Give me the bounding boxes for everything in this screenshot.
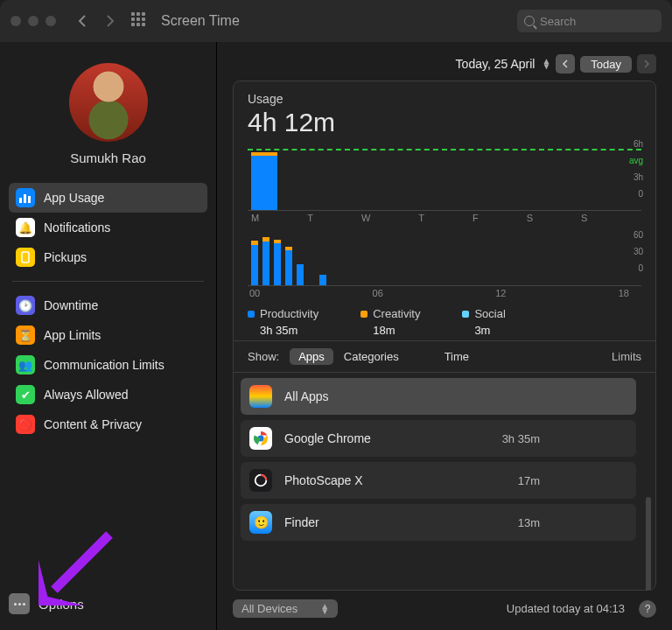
usage-card: Usage 4h 12m 6h avg 3h 0 M T [233, 80, 656, 591]
hourglass-icon: ⏳ [16, 326, 35, 345]
weekly-chart: 6h avg 3h 0 [248, 143, 641, 211]
chevron-right-icon [643, 60, 650, 68]
segment-categories[interactable]: Categories [344, 350, 399, 363]
hour-bar [319, 275, 326, 285]
chart-bar-icon [16, 188, 35, 207]
min-traffic-icon[interactable] [28, 16, 38, 26]
nosign-icon: 🚫 [16, 415, 35, 434]
date-controls: Today, 25 April ▲▼ Today [233, 54, 656, 74]
bell-icon: 🔔 [16, 218, 35, 237]
app-time: 13m [518, 516, 540, 529]
sidebar-item-communication-limits[interactable]: 👥 Communication Limits [9, 350, 207, 380]
x-tick: W [361, 213, 370, 223]
apps-grid-icon[interactable] [131, 12, 149, 30]
svg-rect-0 [19, 198, 22, 203]
chevron-right-icon [105, 15, 116, 27]
sidebar-item-label: Downtime [44, 298, 98, 312]
help-button[interactable]: ? [639, 600, 656, 618]
phone-icon [16, 248, 35, 267]
usage-total: 4h 12m [248, 108, 641, 137]
window-controls[interactable] [10, 16, 56, 26]
app-row[interactable]: 🙂 Finder 13m [241, 504, 636, 541]
device-selector[interactable]: All Devices ▲▼ [233, 599, 338, 618]
hour-bar [285, 250, 292, 285]
legend-value: 18m [373, 324, 420, 337]
app-row[interactable]: PhotoScape X 17m [241, 462, 636, 499]
avg-line [248, 149, 641, 150]
legend-item: Creativity 18m [360, 307, 420, 337]
person-2-icon: 👥 [16, 355, 35, 374]
search-input[interactable]: Search [517, 10, 662, 32]
device-selector-label: All Devices [242, 602, 298, 615]
search-icon [524, 16, 535, 26]
x-tick: 06 [373, 288, 383, 298]
legend: Productivity 3h 35m Creativity 18m Socia… [248, 307, 641, 337]
avatar[interactable] [69, 63, 148, 142]
sidebar-item-notifications[interactable]: 🔔 Notifications [9, 213, 207, 242]
back-button[interactable] [72, 10, 93, 32]
app-name: Finder [284, 515, 319, 529]
y-tick: 30 [634, 247, 643, 256]
window-title: Screen Time [161, 13, 240, 29]
legend-label: Productivity [260, 307, 318, 320]
y-tick: 6h [634, 139, 643, 149]
close-traffic-icon[interactable] [10, 16, 21, 26]
profile-name: Sumukh Rao [9, 150, 207, 165]
sidebar-item-label: App Limits [44, 328, 101, 342]
hour-bar [251, 245, 258, 285]
moon-icon: 🕑 [16, 296, 35, 315]
app-row-all[interactable]: All Apps [241, 378, 636, 415]
show-row: Show: Apps Categories Time Limits [234, 340, 655, 373]
week-bar [251, 156, 277, 210]
options-button[interactable]: Options [9, 593, 84, 614]
svg-rect-1 [24, 194, 26, 203]
sidebar-item-label: Always Allowed [44, 388, 129, 402]
forward-button[interactable] [100, 10, 121, 32]
stepper-icon[interactable]: ▲▼ [542, 59, 550, 69]
sidebar-item-label: Pickups [44, 250, 87, 264]
prev-period-button[interactable] [556, 54, 575, 74]
legend-label: Creativity [373, 307, 420, 320]
period-button[interactable]: Today [580, 56, 632, 73]
date-label: Today, 25 April [456, 57, 536, 71]
y-tick: 0 [638, 263, 643, 273]
chrome-icon [249, 427, 272, 450]
sidebar-item-label: Communication Limits [44, 358, 164, 372]
sidebar-item-pickups[interactable]: Pickups [9, 242, 207, 272]
hour-bar [297, 264, 304, 285]
sidebar-item-always-allowed[interactable]: ✔ Always Allowed [9, 380, 207, 410]
svg-rect-2 [28, 196, 31, 203]
x-tick: S [527, 213, 533, 223]
photoscape-icon [249, 469, 272, 492]
segment-apps[interactable]: Apps [290, 348, 333, 365]
y-tick: avg [629, 156, 643, 165]
all-apps-icon [249, 385, 272, 408]
x-tick: M [251, 213, 259, 223]
y-tick: 3h [634, 172, 643, 182]
app-list[interactable]: All Apps Google Chrome 3h 35m PhotoScape… [234, 373, 655, 590]
legend-item: Productivity 3h 35m [248, 307, 318, 337]
max-traffic-icon[interactable] [46, 16, 56, 26]
check-icon: ✔ [16, 385, 35, 404]
legend-value: 3m [474, 324, 505, 337]
app-name: PhotoScape X [284, 473, 363, 487]
ellipsis-icon [9, 593, 30, 614]
svg-rect-3 [22, 252, 29, 262]
sidebar-item-app-limits[interactable]: ⏳ App Limits [9, 320, 207, 350]
sidebar-item-downtime[interactable]: 🕑 Downtime [9, 290, 207, 320]
hourly-chart: 60 30 0 [248, 234, 641, 286]
updated-label: Updated today at 04:13 [507, 602, 625, 615]
main-panel: Today, 25 April ▲▼ Today Usage 4h 12m 6h [217, 42, 672, 630]
sidebar-item-content-privacy[interactable]: 🚫 Content & Privacy [9, 410, 207, 439]
sidebar-divider [12, 281, 204, 282]
usage-label: Usage [248, 92, 641, 106]
sidebar-item-label: Notifications [44, 220, 110, 234]
legend-swatch [248, 311, 255, 318]
options-label: Options [38, 597, 84, 612]
next-period-button[interactable] [637, 54, 656, 74]
sidebar-item-app-usage[interactable]: App Usage [9, 183, 207, 213]
app-row[interactable]: Google Chrome 3h 35m [241, 420, 636, 457]
scrollbar[interactable] [646, 497, 651, 591]
legend-label: Social [474, 307, 505, 320]
stepper-icon: ▲▼ [320, 604, 329, 614]
